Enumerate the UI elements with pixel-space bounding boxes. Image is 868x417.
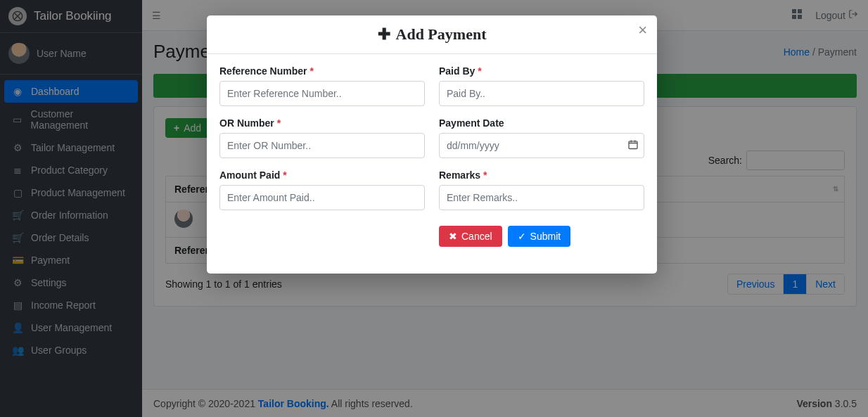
close-icon[interactable]: × [638, 23, 647, 38]
modal-title: ✚ Add Payment [378, 25, 487, 44]
label-or-number: OR Number * [219, 117, 425, 129]
add-payment-modal: ✚ Add Payment × Reference Number * Paid … [207, 15, 657, 274]
check-icon: ✓ [518, 231, 526, 242]
modal-body: Reference Number * Paid By * OR Number *… [207, 54, 657, 274]
paid-by-input[interactable] [439, 81, 644, 106]
close-icon: ✖ [449, 231, 457, 242]
label-paid-by: Paid By * [439, 65, 644, 77]
reference-input[interactable] [219, 81, 425, 106]
amount-paid-input[interactable] [219, 185, 425, 210]
label-remarks: Remarks * [439, 169, 644, 181]
label-amount-paid: Amount Paid * [219, 169, 425, 181]
remarks-input[interactable] [439, 185, 644, 210]
payment-date-input[interactable] [439, 133, 644, 158]
or-number-input[interactable] [219, 133, 425, 158]
cancel-button[interactable]: ✖ Cancel [439, 226, 502, 247]
label-payment-date: Payment Date [439, 117, 644, 129]
submit-button[interactable]: ✓ Submit [508, 226, 571, 247]
plus-icon: ✚ [378, 25, 390, 44]
modal-header: ✚ Add Payment × [207, 15, 657, 54]
label-reference: Reference Number * [219, 65, 425, 77]
